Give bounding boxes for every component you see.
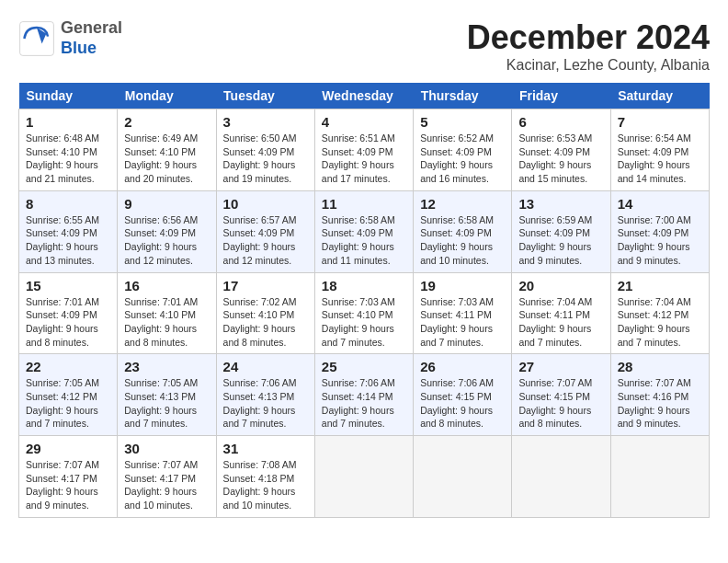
weekday-header: Thursday [414, 83, 512, 109]
day-number: 25 [322, 359, 406, 374]
logo-text: General Blue [61, 18, 122, 58]
day-info: Sunrise: 7:03 AM Sunset: 4:10 PM Dayligh… [322, 295, 406, 350]
day-info: Sunrise: 7:02 AM Sunset: 4:10 PM Dayligh… [223, 295, 308, 350]
calendar-cell: 29Sunrise: 7:07 AM Sunset: 4:17 PM Dayli… [19, 436, 118, 518]
day-number: 5 [420, 114, 505, 130]
day-info: Sunrise: 6:54 AM Sunset: 4:09 PM Dayligh… [618, 132, 702, 186]
day-number: 21 [618, 278, 702, 293]
day-number: 4 [322, 114, 406, 130]
day-info: Sunrise: 7:01 AM Sunset: 4:09 PM Dayligh… [26, 295, 110, 350]
calendar-cell: 11Sunrise: 6:58 AM Sunset: 4:09 PM Dayli… [314, 190, 413, 272]
day-number: 27 [518, 359, 603, 374]
calendar-cell: 4Sunrise: 6:51 AM Sunset: 4:09 PM Daylig… [314, 109, 413, 191]
weekday-header: Sunday [19, 83, 118, 109]
day-number: 8 [26, 196, 110, 212]
day-info: Sunrise: 7:07 AM Sunset: 4:15 PM Dayligh… [518, 376, 603, 431]
calendar-cell: 14Sunrise: 7:00 AM Sunset: 4:09 PM Dayli… [610, 190, 709, 272]
calendar-cell: 12Sunrise: 6:58 AM Sunset: 4:09 PM Dayli… [414, 190, 512, 272]
day-info: Sunrise: 6:52 AM Sunset: 4:09 PM Dayligh… [420, 132, 505, 186]
day-info: Sunrise: 7:07 AM Sunset: 4:17 PM Dayligh… [26, 458, 110, 512]
calendar-week-row: 15Sunrise: 7:01 AM Sunset: 4:09 PM Dayli… [19, 272, 710, 354]
calendar-week-row: 29Sunrise: 7:07 AM Sunset: 4:17 PM Dayli… [19, 436, 710, 518]
day-number: 29 [26, 441, 110, 456]
day-info: Sunrise: 7:08 AM Sunset: 4:18 PM Dayligh… [223, 458, 308, 512]
day-info: Sunrise: 7:06 AM Sunset: 4:14 PM Dayligh… [322, 376, 406, 431]
calendar-cell: 25Sunrise: 7:06 AM Sunset: 4:14 PM Dayli… [314, 354, 413, 436]
calendar-week-row: 8Sunrise: 6:55 AM Sunset: 4:09 PM Daylig… [19, 190, 710, 272]
day-number: 22 [26, 359, 110, 374]
calendar-cell [414, 436, 512, 518]
page-header: General Blue December 2024 Kacinar, Lezh… [18, 18, 710, 74]
calendar-week-row: 22Sunrise: 7:05 AM Sunset: 4:12 PM Dayli… [19, 354, 710, 436]
calendar-cell: 22Sunrise: 7:05 AM Sunset: 4:12 PM Dayli… [19, 354, 118, 436]
calendar-cell: 2Sunrise: 6:49 AM Sunset: 4:10 PM Daylig… [118, 109, 216, 191]
day-number: 26 [420, 359, 505, 374]
calendar-cell: 18Sunrise: 7:03 AM Sunset: 4:10 PM Dayli… [314, 272, 413, 354]
calendar-header-row: SundayMondayTuesdayWednesdayThursdayFrid… [19, 83, 710, 109]
calendar-cell: 20Sunrise: 7:04 AM Sunset: 4:11 PM Dayli… [512, 272, 610, 354]
day-number: 16 [124, 278, 209, 293]
weekday-header: Saturday [610, 83, 709, 109]
day-number: 30 [124, 441, 209, 456]
day-info: Sunrise: 6:59 AM Sunset: 4:09 PM Dayligh… [518, 213, 603, 268]
day-info: Sunrise: 6:49 AM Sunset: 4:10 PM Dayligh… [124, 132, 209, 186]
calendar-week-row: 1Sunrise: 6:48 AM Sunset: 4:10 PM Daylig… [19, 109, 710, 191]
day-info: Sunrise: 7:01 AM Sunset: 4:10 PM Dayligh… [124, 295, 209, 350]
day-info: Sunrise: 6:50 AM Sunset: 4:09 PM Dayligh… [223, 132, 308, 186]
day-number: 17 [223, 278, 308, 293]
day-info: Sunrise: 6:58 AM Sunset: 4:09 PM Dayligh… [420, 213, 505, 268]
month-title: December 2024 [467, 18, 710, 57]
day-number: 15 [26, 278, 110, 293]
day-number: 24 [223, 359, 308, 374]
location-title: Kacinar, Lezhe County, Albania [467, 57, 710, 74]
calendar-cell: 15Sunrise: 7:01 AM Sunset: 4:09 PM Dayli… [19, 272, 118, 354]
day-number: 28 [618, 359, 702, 374]
day-info: Sunrise: 7:07 AM Sunset: 4:17 PM Dayligh… [124, 458, 209, 512]
day-number: 14 [618, 196, 702, 212]
weekday-header: Friday [512, 83, 610, 109]
day-info: Sunrise: 6:56 AM Sunset: 4:09 PM Dayligh… [124, 213, 209, 268]
day-info: Sunrise: 6:55 AM Sunset: 4:09 PM Dayligh… [26, 213, 110, 268]
calendar-cell: 19Sunrise: 7:03 AM Sunset: 4:11 PM Dayli… [414, 272, 512, 354]
logo-icon [18, 20, 55, 57]
day-info: Sunrise: 7:04 AM Sunset: 4:11 PM Dayligh… [518, 295, 603, 350]
day-number: 10 [223, 196, 308, 212]
day-info: Sunrise: 7:05 AM Sunset: 4:13 PM Dayligh… [124, 376, 209, 431]
day-number: 23 [124, 359, 209, 374]
calendar-table: SundayMondayTuesdayWednesdayThursdayFrid… [18, 83, 710, 518]
calendar-cell: 9Sunrise: 6:56 AM Sunset: 4:09 PM Daylig… [118, 190, 216, 272]
day-number: 7 [618, 114, 702, 130]
weekday-header: Wednesday [314, 83, 413, 109]
day-info: Sunrise: 7:05 AM Sunset: 4:12 PM Dayligh… [26, 376, 110, 431]
day-info: Sunrise: 6:51 AM Sunset: 4:09 PM Dayligh… [322, 132, 406, 186]
calendar-cell: 3Sunrise: 6:50 AM Sunset: 4:09 PM Daylig… [216, 109, 314, 191]
calendar-cell: 10Sunrise: 6:57 AM Sunset: 4:09 PM Dayli… [216, 190, 314, 272]
day-number: 2 [124, 114, 209, 130]
day-number: 20 [518, 278, 603, 293]
day-info: Sunrise: 7:00 AM Sunset: 4:09 PM Dayligh… [618, 213, 702, 268]
day-info: Sunrise: 7:06 AM Sunset: 4:15 PM Dayligh… [420, 376, 505, 431]
calendar-cell [610, 436, 709, 518]
calendar-cell: 7Sunrise: 6:54 AM Sunset: 4:09 PM Daylig… [610, 109, 709, 191]
calendar-cell: 16Sunrise: 7:01 AM Sunset: 4:10 PM Dayli… [118, 272, 216, 354]
calendar-cell: 26Sunrise: 7:06 AM Sunset: 4:15 PM Dayli… [414, 354, 512, 436]
calendar-cell: 31Sunrise: 7:08 AM Sunset: 4:18 PM Dayli… [216, 436, 314, 518]
logo: General Blue [18, 18, 122, 58]
calendar-cell: 5Sunrise: 6:52 AM Sunset: 4:09 PM Daylig… [414, 109, 512, 191]
day-number: 18 [322, 278, 406, 293]
calendar-cell: 30Sunrise: 7:07 AM Sunset: 4:17 PM Dayli… [118, 436, 216, 518]
calendar-cell: 28Sunrise: 7:07 AM Sunset: 4:16 PM Dayli… [610, 354, 709, 436]
calendar-cell: 17Sunrise: 7:02 AM Sunset: 4:10 PM Dayli… [216, 272, 314, 354]
day-number: 9 [124, 196, 209, 212]
calendar-cell: 6Sunrise: 6:53 AM Sunset: 4:09 PM Daylig… [512, 109, 610, 191]
day-number: 12 [420, 196, 505, 212]
day-number: 6 [518, 114, 603, 130]
day-info: Sunrise: 7:07 AM Sunset: 4:16 PM Dayligh… [618, 376, 702, 431]
day-number: 13 [518, 196, 603, 212]
weekday-header: Tuesday [216, 83, 314, 109]
day-info: Sunrise: 6:48 AM Sunset: 4:10 PM Dayligh… [26, 132, 110, 186]
day-info: Sunrise: 7:06 AM Sunset: 4:13 PM Dayligh… [223, 376, 308, 431]
day-info: Sunrise: 7:04 AM Sunset: 4:12 PM Dayligh… [618, 295, 702, 350]
day-number: 11 [322, 196, 406, 212]
day-number: 31 [223, 441, 308, 456]
